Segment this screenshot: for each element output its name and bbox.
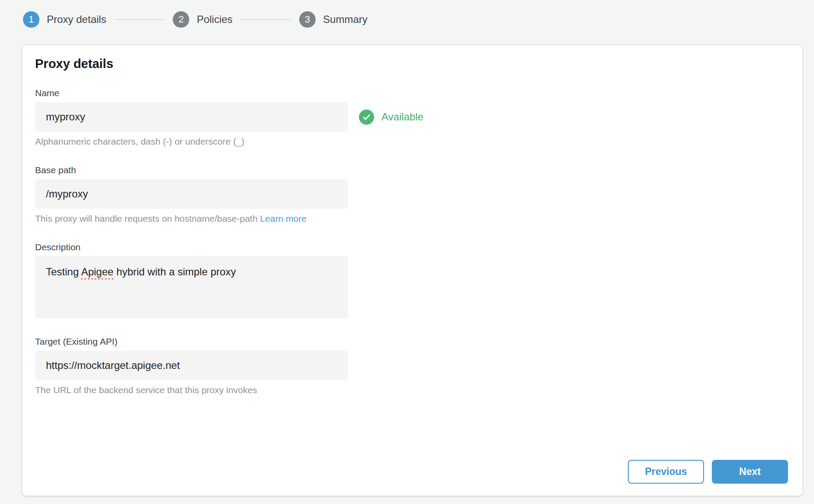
step-label: Policies xyxy=(197,13,233,26)
target-input[interactable] xyxy=(35,351,348,380)
base-path-label: Base path xyxy=(35,165,790,176)
target-field-group: Target (Existing API) The URL of the bac… xyxy=(35,336,790,396)
target-label: Target (Existing API) xyxy=(35,336,790,347)
step-label: Summary xyxy=(323,13,368,26)
stepper-step-proxy-details[interactable]: 1 Proxy details xyxy=(23,11,106,28)
stepper-connector xyxy=(114,19,165,20)
stepper-connector xyxy=(241,19,291,20)
base-path-input[interactable] xyxy=(35,179,348,209)
base-path-field-group: Base path This proxy will handle request… xyxy=(35,165,790,224)
wizard-nav-buttons: Previous Next xyxy=(628,460,788,484)
previous-button[interactable]: Previous xyxy=(628,460,704,484)
availability-status-badge: Available xyxy=(359,110,423,125)
next-button[interactable]: Next xyxy=(712,460,788,484)
name-helper-text: Alphanumeric characters, dash (-) or und… xyxy=(35,136,790,147)
wizard-stepper: 1 Proxy details 2 Policies 3 Summary xyxy=(0,0,814,28)
description-text-after: hybrid with a simple proxy xyxy=(113,266,236,278)
name-field-group: Name Available Alphanumeric characters, … xyxy=(35,87,790,147)
description-text-before: Testing xyxy=(46,266,81,278)
description-label: Description xyxy=(35,242,790,253)
check-circle-icon xyxy=(359,110,374,125)
availability-status-text: Available xyxy=(381,111,423,123)
target-helper-text: The URL of the backend service that this… xyxy=(35,384,790,396)
step-number-badge: 2 xyxy=(173,11,189,28)
base-path-helper-text: This proxy will handle requests on hostn… xyxy=(35,213,790,224)
stepper-step-policies[interactable]: 2 Policies xyxy=(173,11,233,28)
proxy-details-card: Proxy details Name Available Alphanumeri… xyxy=(22,45,803,496)
name-label: Name xyxy=(35,87,790,99)
page-title: Proxy details xyxy=(35,57,790,71)
stepper-step-summary[interactable]: 3 Summary xyxy=(299,11,368,28)
step-number-badge: 3 xyxy=(299,11,316,28)
name-input[interactable] xyxy=(35,102,348,132)
step-number-badge: 1 xyxy=(23,11,39,28)
description-field-group: Description Testing Apigee hybrid with a… xyxy=(35,242,790,319)
learn-more-link[interactable]: Learn more xyxy=(260,213,306,223)
description-misspelled-word: Apigee xyxy=(81,266,113,278)
step-label: Proxy details xyxy=(47,13,106,26)
base-path-helper-prefix: This proxy will handle requests on hostn… xyxy=(35,213,260,223)
description-textarea[interactable]: Testing Apigee hybrid with a simple prox… xyxy=(35,256,348,319)
